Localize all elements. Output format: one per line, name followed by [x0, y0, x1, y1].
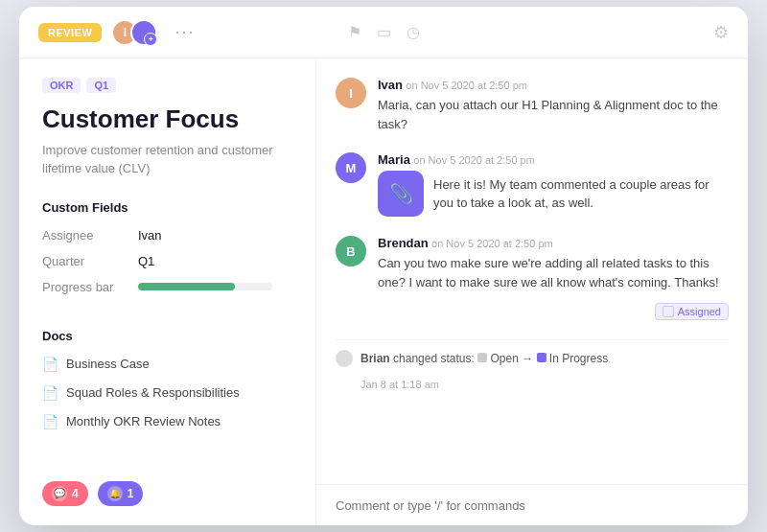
avatar-group: I	[111, 19, 157, 46]
doc-label-3: Monthly OKR Review Notes	[66, 414, 221, 428]
page-title: Customer Focus	[42, 104, 292, 134]
doc-item-1[interactable]: 📄 Business Case	[42, 357, 292, 372]
doc-item-2[interactable]: 📄 Squad Roles & Responsibilities	[42, 385, 292, 401]
message-ivan-body: Ivan on Nov 5 2020 at 2:50 pm Maria, can…	[378, 78, 729, 133]
chat-input-area	[316, 484, 748, 525]
doc-icon-2: 📄	[42, 385, 58, 401]
field-progress: Progress bar	[42, 280, 292, 294]
comment-count: 4	[72, 487, 79, 500]
custom-fields-section: Custom Fields Assignee Ivan Quarter Q1 P…	[42, 200, 292, 306]
message-brendan-body: Brendan on Nov 5 2020 at 2:50 pm Can you…	[378, 236, 729, 320]
avatar-brendan: B	[336, 236, 366, 266]
doc-label-1: Business Case	[66, 357, 150, 371]
progress-bar-fill	[138, 283, 235, 290]
status-time: Jan 8 at 1:18 am	[336, 377, 729, 398]
message-ivan-author: Ivan	[378, 78, 403, 92]
clock-icon[interactable]: ◷	[407, 23, 420, 41]
message-maria-text: Here it is! My team commented a couple a…	[433, 175, 729, 213]
field-label-quarter: Quarter	[42, 254, 138, 268]
message-maria-author: Maria	[378, 152, 410, 167]
status-to-dot	[537, 353, 546, 362]
calendar-icon[interactable]: ▭	[377, 23, 391, 41]
custom-fields-title: Custom Fields	[42, 200, 292, 215]
header-left: REVIEW I ···	[38, 18, 268, 46]
comment-badge[interactable]: 💬 4	[42, 481, 88, 506]
progress-bar	[138, 283, 272, 290]
app-window: REVIEW I ··· ⚑ ▭ ◷ ⚙ OKR Q1 Customer Foc…	[19, 7, 748, 525]
message-brendan-header: Brendan on Nov 5 2020 at 2:50 pm	[378, 236, 729, 250]
tag-q1[interactable]: Q1	[86, 78, 116, 93]
doc-label-2: Squad Roles & Responsibilities	[66, 385, 240, 400]
assigned-badge[interactable]: Assigned	[655, 303, 729, 320]
doc-item-3[interactable]: 📄 Monthly OKR Review Notes	[42, 414, 292, 429]
field-value-quarter: Q1	[138, 254, 154, 268]
message-brendan-author: Brendan	[378, 236, 429, 250]
chat-area: I Ivan on Nov 5 2020 at 2:50 pm Maria, c…	[316, 58, 748, 484]
activity-badge[interactable]: 🔔 1	[98, 481, 144, 506]
header-center: ⚑ ▭ ◷	[268, 23, 499, 41]
page-subtitle: Improve customer retention and customer …	[42, 142, 292, 176]
message-ivan: I Ivan on Nov 5 2020 at 2:50 pm Maria, c…	[336, 78, 729, 133]
settings-icon[interactable]: ⚙	[713, 22, 729, 43]
message-maria-body: Maria on Nov 5 2020 at 2:50 pm 📎 Here it…	[378, 152, 729, 217]
header: REVIEW I ··· ⚑ ▭ ◷ ⚙	[19, 7, 748, 58]
message-maria: M Maria on Nov 5 2020 at 2:50 pm 📎 Here …	[336, 152, 729, 217]
comment-badge-icon: 💬	[52, 486, 67, 501]
assigned-check-icon	[662, 306, 674, 317]
header-right: ⚙	[499, 22, 729, 43]
doc-icon-1: 📄	[42, 357, 58, 372]
field-assignee: Assignee Ivan	[42, 228, 292, 243]
status-arrow: →	[522, 352, 533, 365]
attachment-icon[interactable]: 📎	[378, 171, 424, 217]
field-label-assignee: Assignee	[42, 228, 138, 243]
assigned-label: Assigned	[678, 306, 721, 317]
activity-badge-icon: 🔔	[107, 486, 123, 501]
message-ivan-time: on Nov 5 2020 at 2:50 pm	[406, 80, 527, 91]
status-action: changed status:	[393, 352, 475, 365]
status-change-icon	[336, 350, 353, 367]
right-panel: I Ivan on Nov 5 2020 at 2:50 pm Maria, c…	[316, 58, 748, 525]
avatar-maria: M	[336, 152, 366, 183]
chat-input[interactable]	[336, 498, 729, 513]
field-value-assignee: Ivan	[138, 228, 162, 243]
message-ivan-header: Ivan on Nov 5 2020 at 2:50 pm	[378, 78, 729, 92]
field-quarter: Quarter Q1	[42, 254, 292, 268]
message-brendan-text: Can you two make sure we're adding all r…	[378, 254, 729, 291]
message-maria-header: Maria on Nov 5 2020 at 2:50 pm	[378, 152, 729, 167]
avatar-ivan: I	[336, 78, 366, 108]
status-actor: Brian	[360, 352, 390, 365]
flag-icon[interactable]: ⚑	[348, 23, 361, 41]
message-brendan: B Brendan on Nov 5 2020 at 2:50 pm Can y…	[336, 236, 729, 320]
status-change-text: Brian changed status: Open → In Progress	[360, 352, 608, 365]
field-label-progress: Progress bar	[42, 280, 138, 294]
docs-section: Docs 📄 Business Case 📄 Squad Roles & Res…	[42, 329, 292, 443]
message-maria-content: 📎 Here it is! My team commented a couple…	[378, 171, 729, 217]
message-ivan-text: Maria, can you attach our H1 Planning & …	[378, 96, 729, 133]
status-to: In Progress	[549, 352, 608, 365]
main-content: OKR Q1 Customer Focus Improve customer r…	[19, 58, 748, 525]
docs-title: Docs	[42, 329, 292, 343]
message-maria-time: on Nov 5 2020 at 2:50 pm	[413, 154, 535, 166]
review-badge[interactable]: REVIEW	[38, 23, 102, 42]
left-panel: OKR Q1 Customer Focus Improve customer r…	[19, 58, 316, 525]
left-footer: 💬 4 🔔 1	[42, 466, 292, 506]
status-from: Open	[490, 352, 518, 365]
more-options-button[interactable]: ···	[167, 18, 202, 46]
status-from-dot	[477, 353, 487, 362]
tags: OKR Q1	[42, 78, 292, 93]
doc-icon-3: 📄	[42, 414, 58, 429]
avatar-user2	[130, 19, 157, 46]
activity-count: 1	[128, 487, 134, 500]
status-change: Brian changed status: Open → In Progress	[336, 339, 729, 377]
message-brendan-time: on Nov 5 2020 at 2:50 pm	[431, 238, 553, 249]
tag-okr[interactable]: OKR	[42, 78, 81, 93]
